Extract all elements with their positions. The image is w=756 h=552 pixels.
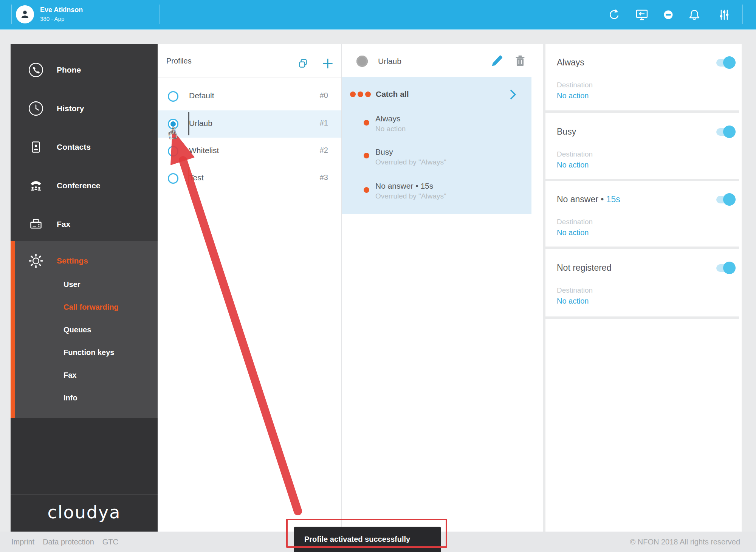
- profile-name: Default: [189, 91, 214, 100]
- delete-trash-icon[interactable]: [514, 54, 527, 67]
- radio-test[interactable]: [168, 173, 178, 184]
- catch-all-panel: Catch all Always No action Busy Overrule…: [342, 77, 531, 214]
- history-clock-icon: [27, 100, 45, 117]
- sub-item-label: User: [64, 280, 80, 289]
- footer-link-imprint[interactable]: Imprint: [11, 538, 34, 546]
- topbar-divider: [742, 5, 743, 24]
- sidebar-item-conference[interactable]: Conference: [11, 177, 158, 194]
- profiles-panel: Profiles Default #0 Urlaub #1 Whitelist …: [158, 44, 341, 532]
- toggle-always[interactable]: [716, 59, 734, 67]
- rule-subtitle: No action: [375, 125, 406, 133]
- do-not-disturb-icon[interactable]: [661, 7, 676, 22]
- fax-icon: [27, 216, 45, 233]
- sidebar-item-user[interactable]: User: [64, 279, 80, 290]
- toggle-busy[interactable]: [716, 128, 734, 136]
- edit-pencil-icon[interactable]: [490, 54, 504, 68]
- footer-link-gtc[interactable]: GTC: [102, 538, 118, 546]
- timeout-value[interactable]: 15s: [606, 194, 620, 204]
- profile-detail-title: Urlaub: [378, 57, 401, 66]
- toggle-not-registered[interactable]: [716, 264, 734, 272]
- sidebar-item-contacts[interactable]: Contacts: [11, 138, 158, 156]
- topbar-bottom-edge: [0, 29, 756, 30]
- rule-dot-icon: [364, 187, 369, 193]
- sidebar-item-fax-settings[interactable]: Fax: [64, 369, 76, 381]
- profile-number: #2: [320, 146, 328, 155]
- chevron-right-icon[interactable]: [509, 89, 518, 100]
- toggle-no-answer[interactable]: [716, 196, 734, 203]
- user-icon: [19, 8, 31, 21]
- radio-whitelist[interactable]: [168, 146, 178, 157]
- card-title: Busy: [557, 127, 576, 137]
- topbar-divider: [160, 5, 160, 24]
- sidebar-item-label: Phone: [57, 65, 81, 74]
- profile-row-test[interactable]: Test #3: [158, 165, 341, 192]
- card-busy: Busy Destination No action: [545, 113, 739, 179]
- card-title: Not registered: [557, 263, 611, 273]
- profile-name: Test: [189, 173, 204, 182]
- test-profile-bar: [188, 169, 189, 186]
- conference-icon: [27, 177, 45, 194]
- destination-label: Destination: [557, 150, 593, 158]
- sub-item-label: Call forwarding: [64, 303, 119, 312]
- notifications-bell-icon[interactable]: [687, 7, 702, 22]
- destination-label: Destination: [557, 81, 593, 89]
- forwarding-cards-panel: Always Destination No action Busy Destin…: [545, 44, 739, 532]
- profile-number: #1: [320, 119, 328, 127]
- destination-value[interactable]: No action: [557, 297, 589, 305]
- topbar-divider: [11, 5, 12, 24]
- footer-links: Imprint Data protection GTC: [11, 532, 118, 552]
- add-profile-icon[interactable]: [321, 56, 335, 71]
- call-forward-icon[interactable]: [606, 7, 621, 22]
- sidebar: Phone History Contacts Conference Fa: [11, 44, 158, 532]
- destination-value[interactable]: No action: [557, 91, 589, 100]
- sidebar-item-label: History: [57, 104, 84, 113]
- profile-status-dot: [356, 56, 368, 67]
- card-no-answer: No answer • 15s Destination No action: [545, 181, 739, 247]
- card-always: Always Destination No action: [545, 44, 739, 110]
- sidebar-item-function-keys[interactable]: Function keys: [64, 347, 114, 358]
- profiles-title: Profiles: [166, 57, 192, 65]
- user-extension: 380 - App: [40, 16, 64, 22]
- destination-label: Destination: [557, 286, 593, 295]
- sub-item-label: Queues: [64, 326, 91, 334]
- filter-settings-icon[interactable]: [717, 7, 732, 22]
- topbar: Eve Atkinson 380 - App: [0, 0, 756, 29]
- sidebar-separator: [11, 494, 158, 495]
- sidebar-item-phone[interactable]: Phone: [11, 61, 158, 79]
- screen-share-icon[interactable]: [634, 7, 649, 22]
- radio-default[interactable]: [168, 91, 178, 102]
- sidebar-item-call-forwarding[interactable]: Call forwarding: [64, 301, 119, 313]
- footer-link-data-protection[interactable]: Data protection: [43, 538, 94, 546]
- profile-number: #3: [320, 173, 328, 182]
- profile-row-default[interactable]: Default #0: [158, 83, 341, 110]
- destination-value[interactable]: No action: [557, 161, 589, 169]
- sidebar-item-history[interactable]: History: [11, 100, 158, 117]
- rule-title: Busy: [375, 147, 393, 157]
- user-name: Eve Atkinson: [40, 6, 83, 14]
- destination-value[interactable]: No action: [557, 228, 589, 237]
- duplicate-profile-icon[interactable]: [297, 57, 309, 70]
- profile-row-urlaub[interactable]: Urlaub #1: [158, 110, 341, 138]
- phone-icon: [27, 61, 45, 79]
- profile-detail-panel: Urlaub Catch all Always No action Busy O…: [341, 44, 543, 532]
- sidebar-item-info[interactable]: Info: [64, 392, 77, 403]
- header-divider: [158, 78, 341, 78]
- card-gap: [545, 247, 739, 249]
- avatar[interactable]: [16, 5, 34, 23]
- catch-all-label: Catch all: [376, 90, 409, 99]
- card-title: No answer • 15s: [557, 194, 620, 205]
- rule-title: No answer • 15s: [375, 181, 433, 191]
- profile-row-whitelist[interactable]: Whitelist #2: [158, 138, 341, 165]
- card-gap: [545, 316, 739, 319]
- contacts-icon: [27, 138, 45, 156]
- topbar-divider: [593, 5, 593, 24]
- sidebar-item-fax[interactable]: Fax: [11, 216, 158, 233]
- annotation-highlight-rect: [286, 519, 447, 548]
- copyright-text: © NFON 2018 All rights reserved: [630, 532, 740, 552]
- sidebar-item-queues[interactable]: Queues: [64, 324, 91, 335]
- sidebar-item-settings[interactable]: Settings: [11, 252, 158, 270]
- rule-dot-icon: [364, 153, 369, 158]
- cloudya-logo: cloudya: [11, 502, 158, 523]
- rule-subtitle: Overruled by "Always": [375, 158, 446, 166]
- sidebar-item-label: Fax: [57, 220, 70, 229]
